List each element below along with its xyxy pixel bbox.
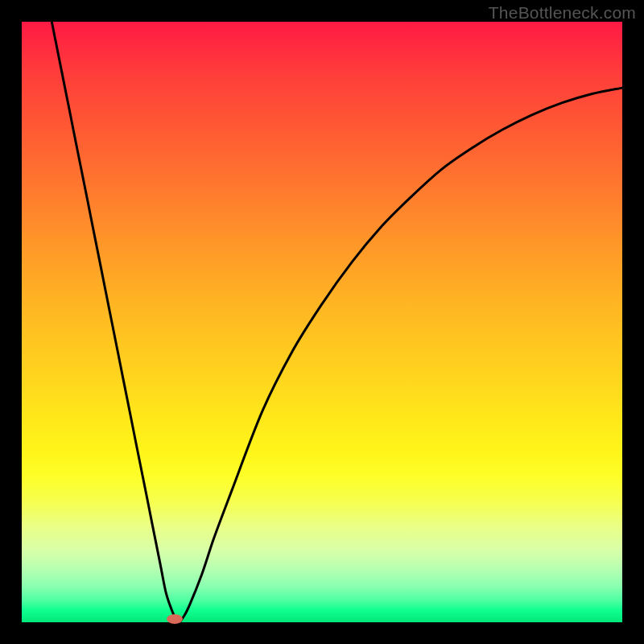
bottleneck-curve <box>52 22 622 622</box>
chart-curve-layer <box>22 22 622 622</box>
optimum-marker <box>167 614 183 624</box>
watermark-text: TheBottleneck.com <box>489 3 636 23</box>
chart-area <box>22 22 622 622</box>
